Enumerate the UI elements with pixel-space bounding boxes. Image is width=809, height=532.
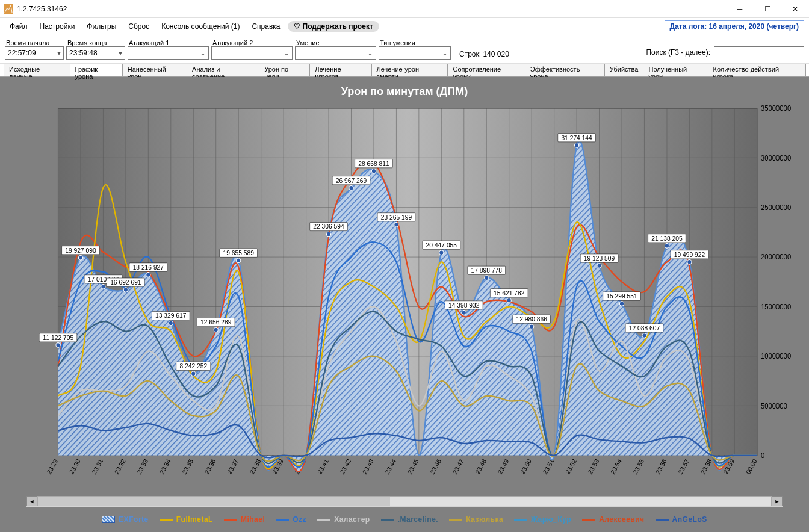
skilltype-select[interactable]: ⌄ xyxy=(379,46,451,60)
svg-text:12 088 607: 12 088 607 xyxy=(629,324,660,331)
svg-text:23:42: 23:42 xyxy=(338,457,352,475)
menu-console[interactable]: Консоль сообщений (1) xyxy=(157,20,244,33)
legend-item[interactable]: Халастер xyxy=(317,515,370,524)
svg-text:23:54: 23:54 xyxy=(609,457,623,475)
attacker2-label: Атакующий 2 xyxy=(211,39,293,46)
tab-11[interactable]: Количество действий игрока xyxy=(708,64,806,76)
svg-text:23:57: 23:57 xyxy=(677,457,690,475)
chart-scrollbar[interactable]: ◄ ► xyxy=(26,496,783,507)
tab-7[interactable]: Сопротивление урону xyxy=(447,64,525,76)
svg-text:00:00: 00:00 xyxy=(745,457,758,475)
legend-item[interactable]: Казюлька xyxy=(449,515,503,524)
close-button[interactable]: ✕ xyxy=(781,0,809,17)
svg-text:23:35: 23:35 xyxy=(181,457,194,475)
svg-text:19 123 509: 19 123 509 xyxy=(584,255,615,262)
maximize-button[interactable]: ☐ xyxy=(754,0,781,17)
legend-item[interactable]: FullmetaL xyxy=(160,515,213,524)
menu-file[interactable]: Файл xyxy=(5,20,33,33)
svg-text:23:29: 23:29 xyxy=(45,457,59,475)
svg-point-138 xyxy=(574,143,578,147)
minimize-button[interactable]: ─ xyxy=(726,0,754,17)
svg-text:25000000: 25000000 xyxy=(761,203,792,211)
svg-point-147 xyxy=(642,333,646,338)
svg-text:5000000: 5000000 xyxy=(761,401,787,409)
svg-text:14 398 932: 14 398 932 xyxy=(448,301,480,308)
svg-point-84 xyxy=(56,343,60,348)
svg-text:23:45: 23:45 xyxy=(406,457,420,475)
svg-text:23:33: 23:33 xyxy=(135,457,149,475)
svg-text:16 692 691: 16 692 691 xyxy=(110,279,141,286)
skilltype-label: Тип умения xyxy=(379,39,451,46)
svg-text:23:32: 23:32 xyxy=(113,457,127,475)
chart-area[interactable]: 0500000010000000150000002000000025000000… xyxy=(2,102,807,495)
skill-select[interactable]: ⌄ xyxy=(295,46,376,60)
svg-point-132 xyxy=(507,298,511,303)
svg-text:18 216 927: 18 216 927 xyxy=(133,263,164,270)
menu-settings[interactable]: Настройки xyxy=(35,20,80,33)
svg-point-153 xyxy=(687,260,692,265)
svg-text:23:34: 23:34 xyxy=(158,457,172,475)
svg-text:23:49: 23:49 xyxy=(496,457,510,475)
svg-text:19 927 090: 19 927 090 xyxy=(65,246,96,253)
start-time-label: Время начала xyxy=(5,39,64,46)
svg-text:23:30: 23:30 xyxy=(68,457,82,475)
scroll-left-button[interactable]: ◄ xyxy=(26,496,37,506)
svg-text:23:41: 23:41 xyxy=(316,457,330,475)
search-input[interactable] xyxy=(714,46,804,58)
tab-2[interactable]: Нанесенный урон xyxy=(122,64,187,76)
legend-item[interactable]: EXForte xyxy=(102,515,149,524)
menu-filters[interactable]: Фильтры xyxy=(82,20,121,33)
tab-3[interactable]: Анализ и сравнение xyxy=(187,64,259,76)
start-time-input[interactable]: 22:57:09▾ xyxy=(5,46,64,60)
svg-point-123 xyxy=(439,250,444,255)
attacker1-select[interactable]: ⌄ xyxy=(128,46,209,60)
menu-help[interactable]: Справка xyxy=(247,20,285,33)
svg-point-126 xyxy=(462,311,466,315)
svg-point-87 xyxy=(78,255,82,260)
svg-text:21 138 205: 21 138 205 xyxy=(651,234,683,241)
tab-1[interactable]: График урона xyxy=(70,64,123,76)
svg-text:17 898 778: 17 898 778 xyxy=(471,267,503,274)
svg-text:31 274 144: 31 274 144 xyxy=(561,134,592,141)
svg-point-114 xyxy=(349,185,353,190)
window-title: 1.2.7425.31462 xyxy=(17,5,726,13)
svg-text:23:38: 23:38 xyxy=(248,457,262,475)
row-count: Строк: 140 020 xyxy=(459,50,509,58)
legend-item[interactable]: AnGeLoS xyxy=(656,515,707,524)
svg-text:15000000: 15000000 xyxy=(761,303,792,311)
tab-0[interactable]: Исходные данные xyxy=(4,64,70,76)
tab-10[interactable]: Полученный урон xyxy=(643,64,708,76)
svg-text:23:46: 23:46 xyxy=(429,457,442,475)
attacker2-select[interactable]: ⌄ xyxy=(211,46,293,60)
menu-reset[interactable]: Сброс xyxy=(123,20,154,33)
svg-text:30000000: 30000000 xyxy=(761,153,792,161)
svg-text:26 967 269: 26 967 269 xyxy=(336,176,367,184)
svg-text:23:37: 23:37 xyxy=(226,457,240,475)
tab-5[interactable]: Лечение игроков xyxy=(309,64,371,76)
svg-point-99 xyxy=(169,321,173,326)
legend-item[interactable]: Жарю_Кур xyxy=(514,515,571,524)
svg-text:35000000: 35000000 xyxy=(761,104,792,112)
tab-4[interactable]: Урон по цели xyxy=(259,64,310,76)
svg-text:0: 0 xyxy=(761,451,765,459)
svg-text:19 655 589: 19 655 589 xyxy=(223,249,254,256)
svg-point-90 xyxy=(101,285,105,289)
svg-text:11 122 705: 11 122 705 xyxy=(43,333,74,341)
heart-icon: ♡ xyxy=(294,22,300,31)
legend-item[interactable]: Ozz xyxy=(276,515,306,524)
tab-9[interactable]: Убийства xyxy=(604,64,644,76)
svg-point-96 xyxy=(146,273,150,277)
legend-item[interactable]: .Marceline. xyxy=(381,515,439,524)
tab-6[interactable]: Лечение-урон-смерти xyxy=(371,64,448,76)
legend-item[interactable]: Mihael xyxy=(224,515,265,524)
svg-text:20 447 055: 20 447 055 xyxy=(426,241,457,249)
app-icon xyxy=(4,4,13,14)
legend-item[interactable]: Алексеевич xyxy=(582,515,644,524)
svg-point-108 xyxy=(237,258,241,263)
end-time-input[interactable]: 23:59:48▾ xyxy=(66,46,125,60)
support-button[interactable]: ♡ Поддержать проект xyxy=(288,21,379,32)
scroll-right-button[interactable]: ► xyxy=(772,496,783,506)
svg-text:23:44: 23:44 xyxy=(383,457,397,475)
svg-text:15 621 782: 15 621 782 xyxy=(494,289,525,296)
tab-8[interactable]: Эффективность урона xyxy=(525,64,605,76)
